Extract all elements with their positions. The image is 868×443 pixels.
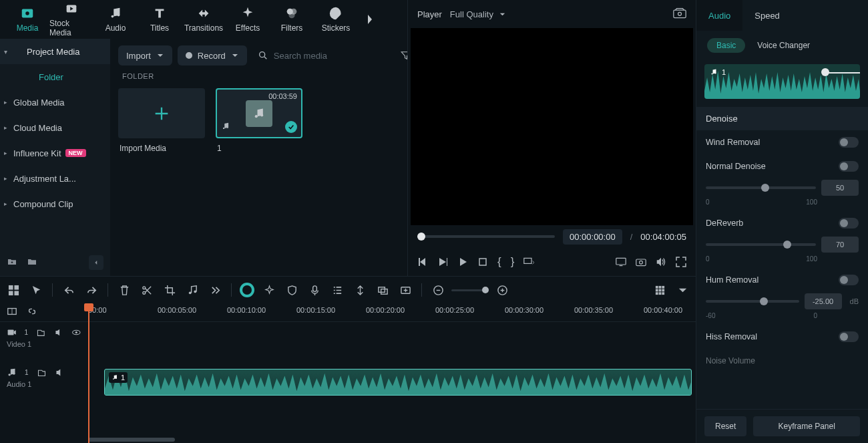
reset-button[interactable]: Reset bbox=[704, 416, 746, 436]
cursor-icon[interactable] bbox=[28, 282, 44, 298]
zoom-in-icon[interactable] bbox=[494, 282, 510, 298]
tab-transitions[interactable]: Transitions bbox=[182, 0, 226, 39]
timeline-ruler[interactable]: 00:00 00:00:05:00 00:00:10:00 00:00:15:0… bbox=[0, 303, 696, 322]
shield-icon[interactable] bbox=[284, 282, 300, 298]
import-dropdown[interactable]: Import bbox=[118, 45, 172, 65]
crop-icon[interactable] bbox=[162, 282, 178, 298]
subtab-voice-changer[interactable]: Voice Changer bbox=[757, 41, 810, 50]
sidebar-item-global-media[interactable]: ▸ Global Media bbox=[0, 90, 110, 115]
mute-icon[interactable] bbox=[54, 327, 64, 337]
subtab-basic[interactable]: Basic bbox=[707, 38, 745, 53]
playhead[interactable] bbox=[88, 303, 89, 443]
play-icon[interactable] bbox=[457, 257, 468, 267]
collapse-sidebar-button[interactable] bbox=[89, 255, 103, 270]
slider-normal-denoise[interactable] bbox=[706, 186, 816, 189]
sidebar-item-influence-kit[interactable]: ▸ Influence Kit NEW bbox=[0, 140, 110, 166]
undo-icon[interactable] bbox=[61, 282, 77, 298]
tab-effects[interactable]: Effects bbox=[226, 0, 270, 39]
scrub-handle[interactable] bbox=[417, 233, 425, 241]
mark-in-icon[interactable]: { bbox=[497, 255, 501, 269]
delete-icon[interactable] bbox=[116, 282, 132, 298]
sidebar-item-folder[interactable]: Folder bbox=[0, 64, 110, 90]
dereverb-value[interactable]: 70 bbox=[821, 237, 859, 253]
toggle-wind-removal[interactable] bbox=[839, 137, 859, 148]
sidebar-item-project-media[interactable]: ▾ Project Media bbox=[0, 39, 110, 64]
mark-out-icon[interactable]: } bbox=[511, 255, 515, 269]
import-media-tile[interactable]: Import Media bbox=[118, 88, 205, 153]
audio-tool-icon[interactable] bbox=[184, 282, 200, 298]
props-tab-speed[interactable]: Speed bbox=[742, 0, 792, 31]
more-tools-icon[interactable] bbox=[207, 282, 223, 298]
zoom-out-icon[interactable] bbox=[430, 282, 446, 298]
sidebar-item-adjustment-layer[interactable]: ▸ Adjustment La... bbox=[0, 166, 110, 191]
zoom-slider[interactable] bbox=[451, 289, 489, 291]
snap-icon[interactable] bbox=[7, 306, 17, 319]
svg-point-25 bbox=[715, 73, 716, 74]
redo-icon[interactable] bbox=[83, 282, 99, 298]
toggle-dereverb[interactable] bbox=[839, 218, 859, 229]
caret-right-icon: ▸ bbox=[4, 200, 7, 207]
slider-dereverb[interactable] bbox=[706, 243, 816, 246]
ai-face-icon[interactable] bbox=[240, 283, 254, 297]
visibility-icon[interactable] bbox=[71, 327, 81, 337]
keyframe-panel-button[interactable]: Keyframe Panel bbox=[753, 416, 860, 436]
tab-titles[interactable]: Titles bbox=[138, 0, 182, 39]
waveform-preview[interactable]: 1 bbox=[704, 64, 860, 99]
video-track-header[interactable]: 1 Video 1 bbox=[0, 322, 88, 362]
add-track-icon[interactable] bbox=[397, 282, 413, 298]
link-icon[interactable] bbox=[27, 306, 37, 319]
toggle-normal-denoise[interactable] bbox=[839, 161, 859, 172]
prev-frame-icon[interactable] bbox=[417, 257, 428, 267]
toggle-hum-removal[interactable] bbox=[839, 275, 859, 285]
new-folder-icon[interactable] bbox=[7, 257, 17, 269]
tab-media[interactable]: Media bbox=[5, 0, 49, 39]
mic-icon[interactable] bbox=[306, 282, 322, 298]
hum-value[interactable]: -25.00 bbox=[805, 293, 842, 309]
mute-icon[interactable] bbox=[55, 367, 65, 378]
tabs-overflow-button[interactable] bbox=[361, 13, 379, 25]
timecode-current[interactable]: 00:00:00:00 bbox=[563, 229, 622, 245]
sparkle-icon[interactable] bbox=[261, 282, 277, 298]
tab-stickers[interactable]: Stickers bbox=[314, 0, 358, 39]
playback-scrubber[interactable] bbox=[417, 235, 555, 238]
list-icon[interactable] bbox=[329, 282, 345, 298]
audio-clip[interactable]: 1 bbox=[104, 369, 692, 396]
fullscreen-icon[interactable] bbox=[676, 257, 686, 267]
slider-hum-removal[interactable] bbox=[706, 300, 799, 303]
range-handle[interactable] bbox=[821, 68, 829, 76]
quality-dropdown[interactable]: Full Quality bbox=[450, 9, 506, 19]
lock-icon[interactable] bbox=[37, 367, 47, 378]
stop-icon[interactable] bbox=[477, 257, 488, 267]
video-track-lane[interactable] bbox=[88, 322, 696, 362]
tab-stock-media[interactable]: Stock Media bbox=[49, 0, 93, 39]
toggle-hiss-removal[interactable] bbox=[839, 331, 859, 342]
lock-icon[interactable] bbox=[36, 327, 46, 337]
track-options-icon[interactable] bbox=[674, 282, 690, 298]
group-icon[interactable] bbox=[375, 282, 391, 298]
timeline-scrollbar[interactable] bbox=[88, 436, 696, 443]
svg-rect-41 bbox=[658, 285, 661, 288]
record-dropdown[interactable]: Record bbox=[178, 45, 247, 65]
tab-filters[interactable]: Filters bbox=[270, 0, 314, 39]
video-viewport[interactable] bbox=[411, 28, 693, 225]
search-input[interactable] bbox=[274, 51, 386, 61]
sidebar-item-compound-clip[interactable]: ▸ Compound Clip bbox=[0, 191, 110, 216]
split-icon[interactable] bbox=[139, 282, 155, 298]
media-clip-tile[interactable]: 00:03:59 1 bbox=[216, 88, 302, 153]
tab-audio[interactable]: Audio bbox=[93, 0, 138, 39]
audio-track-lane[interactable]: 1 bbox=[88, 362, 696, 402]
volume-icon[interactable] bbox=[656, 257, 666, 267]
track-height-icon[interactable] bbox=[652, 282, 668, 298]
camera-icon[interactable] bbox=[636, 257, 646, 267]
normal-denoise-value[interactable]: 50 bbox=[821, 180, 859, 196]
ratio-dropdown[interactable] bbox=[523, 257, 534, 267]
sidebar-item-cloud-media[interactable]: ▸ Cloud Media bbox=[0, 115, 110, 140]
props-tab-audio[interactable]: Audio bbox=[696, 0, 742, 31]
snapshot-icon[interactable] bbox=[673, 8, 686, 21]
play-pause-icon[interactable] bbox=[437, 257, 448, 267]
display-icon[interactable] bbox=[616, 257, 626, 267]
audio-track-header[interactable]: 1 Audio 1 bbox=[0, 362, 88, 402]
layout-icon[interactable] bbox=[5, 282, 21, 298]
marker-icon[interactable] bbox=[352, 282, 368, 298]
new-bin-icon[interactable] bbox=[27, 257, 37, 269]
